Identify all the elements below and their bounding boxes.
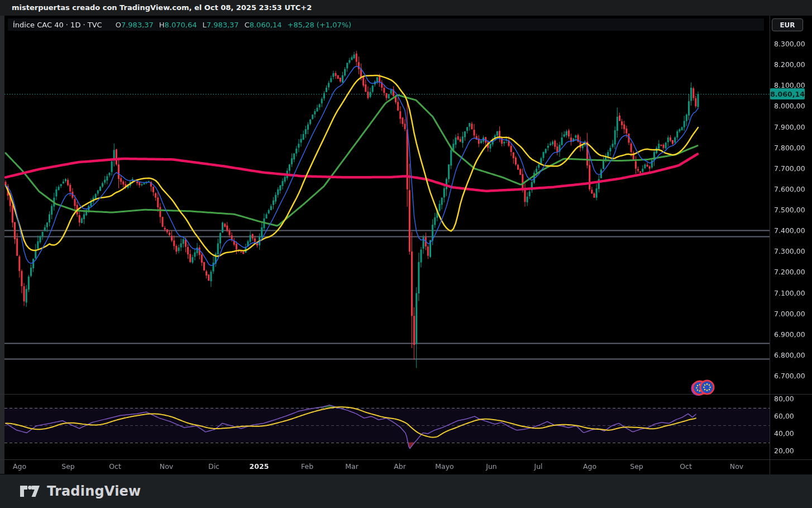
price-axis[interactable]: EUR 8.300,008.200,008.100,008.000,007.90… [770, 16, 812, 474]
price-axis-label: 7.300,00 [774, 247, 805, 255]
snapshot-attribution-text: misterpuertas creado con TradingView.com… [12, 3, 312, 12]
high-value: 8.070,64 [165, 21, 197, 29]
time-axis-label: Ago [13, 462, 26, 471]
close-label: C [245, 21, 250, 29]
time-axis-label: Dic [208, 462, 219, 471]
price-axis-label: 6.700,00 [774, 372, 805, 380]
open-label: O [116, 21, 121, 29]
indicator-axis-label: 60,00 [774, 412, 794, 420]
price-axis-label: 7.000,00 [774, 310, 805, 318]
time-axis-label: Ago [583, 462, 596, 471]
indicator-axis-label: 20,00 [774, 447, 794, 455]
time-axis-label: Sep [61, 462, 75, 471]
time-axis-label: 2025 [250, 462, 269, 471]
last-price-tag: 8.060,14 [770, 88, 805, 99]
price-axis-label: 7.100,00 [774, 289, 805, 297]
price-axis-label: 8.300,00 [774, 40, 805, 48]
price-axis-label: 7.900,00 [774, 123, 805, 131]
time-axis-label: Abr [394, 462, 406, 471]
symbol-title[interactable]: Índice CAC 40 · 1D · TVC [13, 21, 102, 29]
time-axis-label: Sep [630, 462, 643, 471]
time-axis-label: Oct [680, 462, 692, 471]
time-axis-label: Oct [109, 462, 121, 471]
time-axis-label: Nov [160, 462, 173, 471]
price-axis-label: 8.200,00 [774, 60, 805, 69]
price-axis-label: 7.700,00 [774, 164, 805, 173]
price-axis-label: 7.500,00 [774, 206, 805, 214]
chart-area: Índice CAC 40 · 1D · TVC O 7.983,37 H 8.… [0, 16, 812, 474]
price-axis-label: 6.900,00 [774, 330, 805, 339]
chart-legend: Índice CAC 40 · 1D · TVC O 7.983,37 H 8.… [8, 18, 764, 31]
price-axis-label: 8.000,00 [774, 102, 805, 110]
currency-button[interactable]: EUR [772, 18, 803, 31]
chart-canvas[interactable] [0, 16, 812, 474]
tradingview-brand-text: TradingView [47, 483, 141, 499]
time-axis-label: Mayo [435, 462, 454, 471]
price-axis-label: 7.600,00 [774, 185, 805, 193]
price-axis-label: 7.200,00 [774, 268, 805, 276]
high-label: H [159, 21, 165, 29]
tradingview-snapshot: misterpuertas creado con TradingView.com… [0, 0, 812, 508]
time-axis-label: Feb [301, 462, 313, 471]
price-axis-label: 6.800,00 [774, 351, 805, 359]
price-axis-label: 7.800,00 [774, 144, 805, 152]
indicator-axis-label: 40,00 [774, 429, 794, 438]
change-text: +85,28 (+1,07%) [288, 21, 352, 29]
price-axis-label: 7.400,00 [774, 226, 805, 235]
open-value: 7.983,37 [121, 21, 154, 29]
time-axis-label: Jun [486, 462, 497, 471]
indicator-axis-label: 80,00 [774, 395, 794, 403]
footer-bar: TradingView [0, 474, 812, 508]
close-value: 8.060,14 [250, 21, 282, 29]
low-value: 7.983,37 [207, 21, 239, 29]
snapshot-attribution-bar: misterpuertas creado con TradingView.com… [0, 0, 812, 16]
time-axis-label: Mar [345, 462, 359, 471]
tradingview-logo-icon [20, 484, 40, 498]
time-axis-label: Nov [730, 462, 743, 471]
time-axis-label: Jul [534, 462, 542, 471]
low-label: L [203, 21, 207, 29]
